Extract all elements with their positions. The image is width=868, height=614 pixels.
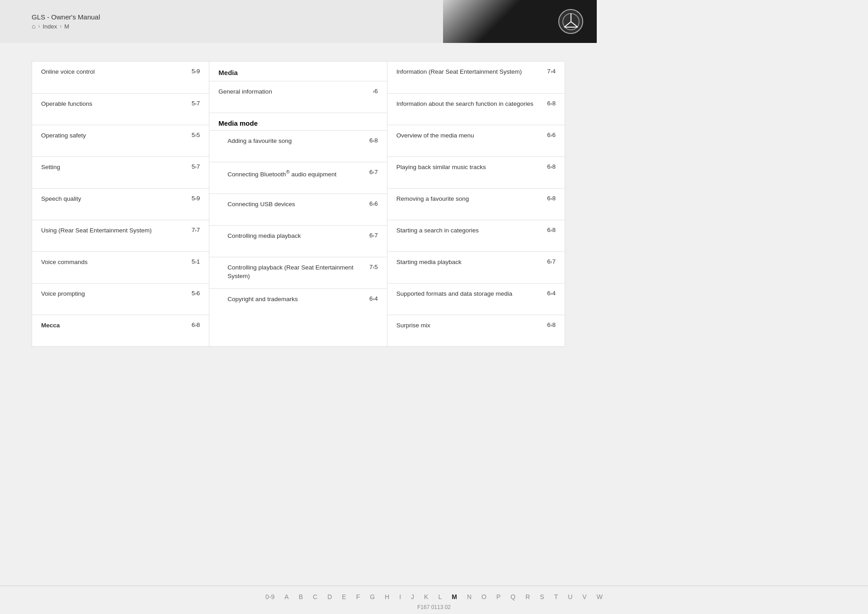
entry-label: Copyright and trademarks <box>227 295 360 304</box>
entry-label: Speech quality <box>41 195 183 203</box>
media-header: Media <box>209 61 387 81</box>
entry-page: 5›7 <box>183 163 200 170</box>
list-item[interactable]: Overview of the media menu 6›6 <box>387 125 565 156</box>
list-item[interactable]: Connecting Bluetooth® audio equipment 6›… <box>209 162 387 194</box>
entry-page: 7›4 <box>538 68 556 75</box>
breadcrumb-m[interactable]: M <box>64 23 69 30</box>
right-column: Information (Rear Seat Entertainment Sys… <box>387 61 565 347</box>
home-icon[interactable]: ⌂ <box>32 23 35 30</box>
list-item[interactable]: Surprise mix 6›8 <box>387 315 565 346</box>
list-item[interactable]: Setting 5›7 <box>32 156 209 188</box>
breadcrumb: ⌂ › Index › M <box>32 23 100 30</box>
entry-page: 6›8 <box>538 321 556 328</box>
entry-label: Voice commands <box>41 258 183 267</box>
content-grid: Online voice control 5›9 Operable functi… <box>32 61 565 347</box>
alpha-o[interactable]: O <box>480 592 488 601</box>
entry-page: 7›7 <box>183 227 200 233</box>
alpha-s[interactable]: S <box>538 592 546 601</box>
list-item[interactable]: Voice prompting 5›6 <box>32 283 209 315</box>
alpha-i[interactable]: I <box>397 592 403 601</box>
alpha-k[interactable]: K <box>422 592 430 601</box>
entry-page: 6›8 <box>538 227 556 233</box>
alpha-b[interactable]: B <box>297 592 305 601</box>
entry-page: ›6 <box>361 88 378 94</box>
list-item[interactable]: Information (Rear Seat Entertainment Sys… <box>387 61 565 93</box>
breadcrumb-index[interactable]: Index <box>42 23 57 30</box>
entry-label: Using (Rear Seat Entertainment System) <box>41 227 183 235</box>
entry-label: Operating safety <box>41 132 183 140</box>
list-item[interactable]: Controlling media playback 6›7 <box>209 225 387 257</box>
list-item[interactable]: Operable functions 5›7 <box>32 93 209 125</box>
list-item[interactable]: Information about the search function in… <box>387 93 565 125</box>
alpha-v[interactable]: V <box>580 592 588 601</box>
list-item[interactable]: Removing a favourite song 6›8 <box>387 188 565 220</box>
list-item[interactable]: Connecting USB devices 6›6 <box>209 194 387 225</box>
alpha-p[interactable]: P <box>495 592 502 601</box>
entry-page: 5›5 <box>183 132 200 138</box>
left-column: Online voice control 5›9 Operable functi… <box>32 61 209 347</box>
alpha-d[interactable]: D <box>326 592 334 601</box>
alpha-j[interactable]: J <box>409 592 416 601</box>
alpha-c[interactable]: C <box>311 592 319 601</box>
alpha-e[interactable]: E <box>340 592 348 601</box>
list-item[interactable]: Starting media playback 6›7 <box>387 251 565 283</box>
entry-page: 7›5 <box>361 264 378 270</box>
list-item[interactable]: Playing back similar music tracks 6›8 <box>387 156 565 188</box>
entry-label: Adding a favourite song <box>227 137 360 146</box>
list-item[interactable]: General information ›6 <box>209 81 387 113</box>
list-item[interactable]: Supported formats and data storage media… <box>387 283 565 315</box>
alpha-a[interactable]: A <box>283 592 290 601</box>
list-item-mecca[interactable]: Mecca 6›8 <box>32 315 209 346</box>
alpha-g[interactable]: G <box>368 592 377 601</box>
list-item[interactable]: Controlling playback (Rear Seat Entertai… <box>209 257 387 288</box>
alpha-n[interactable]: N <box>465 592 473 601</box>
entry-page: 6›8 <box>538 195 556 202</box>
entry-label-bold: Mecca <box>41 321 183 330</box>
alpha-h[interactable]: H <box>383 592 391 601</box>
sep1: › <box>38 23 40 29</box>
alpha-m[interactable]: M <box>450 592 459 601</box>
sep2: › <box>60 23 61 29</box>
entry-label: Voice prompting <box>41 290 183 298</box>
alpha-q[interactable]: Q <box>509 592 517 601</box>
list-item[interactable]: Speech quality 5›9 <box>32 188 209 220</box>
header: GLS - Owner's Manual ⌂ › Index › M <box>0 0 597 43</box>
list-item[interactable]: Voice commands 5›1 <box>32 251 209 283</box>
list-item[interactable]: Starting a search in categories 6›8 <box>387 220 565 251</box>
alpha-r[interactable]: R <box>524 592 532 601</box>
entry-label: Starting media playback <box>396 258 538 267</box>
alpha-09[interactable]: 0-9 <box>264 592 276 601</box>
entry-label: Removing a favourite song <box>396 195 538 203</box>
entry-page: 6›7 <box>361 232 378 239</box>
mercedes-logo <box>558 9 583 34</box>
header-text: GLS - Owner's Manual ⌂ › Index › M <box>32 13 100 30</box>
manual-title: GLS - Owner's Manual <box>32 13 100 21</box>
entry-page: 5›1 <box>183 258 200 265</box>
entry-label: Connecting USB devices <box>227 200 360 209</box>
alpha-f[interactable]: F <box>354 592 362 601</box>
entry-page: 6›8 <box>361 137 378 144</box>
entry-label: Starting a search in categories <box>396 227 538 235</box>
entry-page: 5›9 <box>183 68 200 75</box>
entry-page: 6›8 <box>538 100 556 107</box>
entry-label: Operable functions <box>41 100 183 109</box>
alpha-u[interactable]: U <box>566 592 574 601</box>
entry-page: 6›6 <box>361 200 378 207</box>
entry-label: Controlling playback (Rear Seat Entertai… <box>227 264 360 281</box>
alpha-l[interactable]: L <box>436 592 443 601</box>
logo-area <box>443 0 597 43</box>
footer-code: F167 0113 02 <box>0 604 597 610</box>
alpha-t[interactable]: T <box>552 592 560 601</box>
media-mode-header: Media mode <box>218 119 258 127</box>
entry-page: 6›6 <box>538 132 556 138</box>
list-item[interactable]: Operating safety 5›5 <box>32 125 209 156</box>
entry-label: Overview of the media menu <box>396 132 538 140</box>
list-item[interactable]: Copyright and trademarks 6›4 <box>209 288 387 320</box>
entry-label: Information about the search function in… <box>396 100 538 109</box>
entry-page: 6›7 <box>361 169 378 175</box>
list-item[interactable]: Adding a favourite song 6›8 <box>209 130 387 162</box>
list-item[interactable]: Using (Rear Seat Entertainment System) 7… <box>32 220 209 251</box>
alpha-w[interactable]: W <box>595 592 597 601</box>
entry-page: 5›7 <box>183 100 200 107</box>
list-item[interactable]: Online voice control 5›9 <box>32 61 209 93</box>
